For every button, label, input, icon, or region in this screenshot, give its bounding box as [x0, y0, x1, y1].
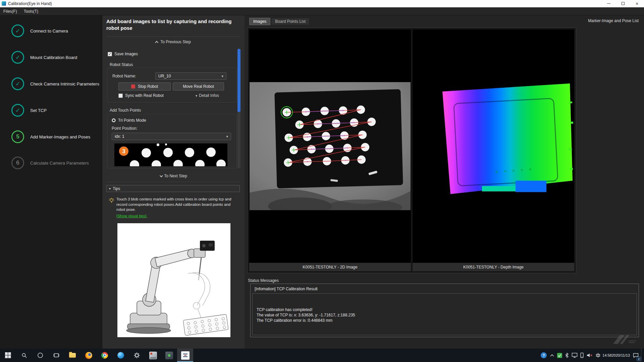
sidebar-item-mount-board[interactable]: ✓ Mount Calibration Board: [11, 51, 77, 64]
bluetooth-tray-icon[interactable]: [563, 349, 571, 362]
cortana-button[interactable]: [32, 349, 48, 362]
title-bar: Calibration(Eye in Hand) ×: [0, 0, 644, 7]
add-touch-points-title: Add Touch Points: [110, 108, 141, 113]
stop-robot-label: Stop Robot: [138, 84, 158, 89]
divider: [106, 182, 240, 182]
taskbar-search-button[interactable]: [16, 349, 32, 362]
window-controls: ×: [602, 0, 644, 7]
tri-points-mode-label: Tri Points Mode: [118, 118, 146, 123]
robot-name-select[interactable]: UR_10 ▾: [155, 72, 226, 80]
action-center-button[interactable]: 2: [630, 349, 641, 362]
detail-infos-button[interactable]: ▾ Detail Infos: [196, 93, 219, 98]
ime-indicator[interactable]: [594, 349, 602, 362]
move-real-robot-button[interactable]: Move Real Robot: [173, 82, 224, 90]
stop-robot-button[interactable]: Stop Robot: [118, 82, 171, 90]
chevron-down-icon: ▾: [109, 187, 111, 190]
system-tray: ? 14:58 2: [539, 349, 644, 362]
cortana-icon: [37, 352, 43, 358]
to-next-step-button[interactable]: To Next Step: [102, 174, 245, 178]
menu-tools[interactable]: Tools(T): [20, 7, 42, 15]
content: ✓ Connect to Camera ✓ Mount Calibration …: [0, 15, 644, 349]
point-position-select[interactable]: idx: 1 ▾: [112, 133, 231, 140]
speaker-muted-icon: [587, 353, 593, 358]
minimize-button[interactable]: [602, 0, 616, 7]
device-tray-icon[interactable]: [579, 349, 585, 362]
calibration-app-button[interactable]: [177, 349, 193, 362]
file-explorer-button[interactable]: [64, 349, 80, 362]
phone-icon: [580, 353, 584, 358]
folder-icon: [69, 353, 76, 358]
step-number: 6: [11, 157, 24, 169]
task-view-icon: [53, 353, 59, 358]
to-previous-step-label: To Previous Step: [160, 40, 191, 44]
sync-label: Sync with Real Robot: [125, 93, 164, 98]
close-icon: ×: [636, 1, 638, 6]
caption-2d-image: K0051-TESTONLY - 2D Image: [249, 263, 411, 271]
panel-scrollbar[interactable]: [237, 48, 240, 168]
sidebar-item-set-tcp[interactable]: ✓ Set TCP: [11, 104, 47, 117]
status-header: [Infomation] TCP Calibration Result: [255, 287, 635, 291]
step-check-icon: ✓: [11, 24, 24, 37]
monitor-icon: [572, 353, 578, 358]
chevron-down-icon: ▾: [221, 74, 223, 78]
tips-title: Tips: [113, 186, 120, 191]
edge-button[interactable]: [113, 349, 129, 362]
app-button-1[interactable]: [145, 349, 161, 362]
tab-images[interactable]: Images: [249, 18, 270, 25]
network-tray-icon[interactable]: [571, 349, 579, 362]
start-button[interactable]: [0, 349, 16, 362]
chrome-icon: [101, 352, 108, 359]
sync-real-robot-checkbox[interactable]: Sync with Real Robot: [118, 93, 164, 98]
status-messages-title: Status Messages: [248, 278, 279, 283]
stop-icon: [131, 84, 135, 88]
browser-button[interactable]: [97, 349, 113, 362]
to-next-step-label: To Next Step: [164, 174, 187, 178]
radio-selected-icon: [112, 118, 116, 122]
task-view-button[interactable]: [48, 349, 64, 362]
board-preview-image: 3: [114, 143, 227, 166]
menu-files[interactable]: Files(F): [0, 7, 20, 15]
step-number: 5: [11, 130, 24, 143]
lightbulb-icon: [109, 198, 114, 205]
firefox-button[interactable]: [80, 349, 97, 362]
status-line: The value of TCP is: x: 3.63636, y: -1.7…: [257, 312, 633, 318]
tips-text: Touch 3 blob centers marked with cross l…: [116, 197, 231, 212]
viewport-depth[interactable]: K0051-TESTONLY - Depth Image: [413, 29, 574, 271]
sidebar-item-check-intrinsics[interactable]: ✓ Check Camera Intrinsic Parameters: [11, 77, 99, 90]
robot-status-title: Robot Status: [110, 62, 133, 67]
robot-name-label: Robot Name:: [112, 74, 136, 78]
to-previous-step-button[interactable]: To Previous Step: [102, 40, 245, 44]
app-button-2[interactable]: [161, 349, 177, 362]
status-line: TCP calibration has completed!: [257, 307, 633, 312]
viewport-2d[interactable]: K0051-TESTONLY - 2D Image: [249, 29, 411, 271]
image-viewer: K0051-TESTONLY - 2D Image: [247, 27, 576, 273]
minimize-icon: [607, 3, 610, 4]
sidebar-item-add-marker-images[interactable]: 5 Add Marker-Images and Poses: [11, 130, 90, 143]
hidden-icons-button[interactable]: [548, 349, 556, 362]
status-line: The TCP calibration error is :0.448843 m…: [257, 318, 633, 323]
volume-tray-icon[interactable]: [585, 349, 594, 362]
windows-logo-icon: [5, 352, 11, 358]
step-label: Check Camera Intrinsic Parameters: [30, 81, 99, 86]
help-tray-button[interactable]: ?: [539, 349, 548, 362]
security-tray-icon[interactable]: [556, 349, 563, 362]
gear-icon: [133, 352, 140, 359]
taskbar-clock[interactable]: 14:58 2020/11/13: [602, 349, 630, 362]
show-visual-tips-link[interactable]: [Show visual tips].: [116, 214, 147, 219]
show-desktop-button[interactable]: [641, 349, 643, 362]
sidebar-item-connect-camera[interactable]: ✓ Connect to Camera: [11, 24, 68, 37]
tips-header[interactable]: ▾ Tips: [106, 185, 240, 192]
bluetooth-icon: [565, 353, 569, 358]
checkbox-checked-icon: ✓: [108, 52, 112, 56]
taskbar: ? 14:58 2: [0, 349, 644, 362]
maximize-button[interactable]: [616, 0, 630, 7]
tab-board-points-list[interactable]: Board Points List: [271, 18, 310, 25]
sidebar-item-calculate-parameters[interactable]: 6 Calculate Camera Parameters: [11, 157, 89, 169]
close-button[interactable]: ×: [630, 0, 644, 7]
save-images-checkbox[interactable]: ✓ Save Images: [108, 52, 138, 56]
search-icon: [21, 353, 27, 358]
tri-points-mode-radio[interactable]: Tri Points Mode: [112, 118, 146, 123]
panel-scrollbar-thumb[interactable]: [237, 49, 240, 112]
image-2d: [249, 29, 411, 263]
settings-button[interactable]: [129, 349, 145, 362]
